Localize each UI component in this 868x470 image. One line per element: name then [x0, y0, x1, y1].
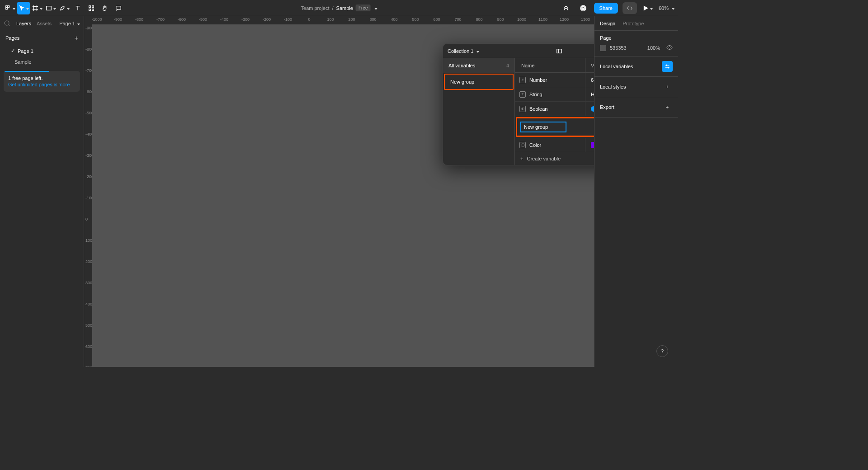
banner-progress [4, 71, 49, 72]
svg-rect-6 [89, 9, 91, 10]
group-name-input[interactable] [521, 122, 566, 132]
shape-tool[interactable] [44, 2, 57, 14]
layer-name: Sample [14, 59, 31, 65]
column-header-name: Name [515, 58, 585, 72]
ruler-tick: 0 [85, 217, 88, 221]
all-variables-group[interactable]: All variables 4 [443, 58, 514, 73]
new-group-sidebar-item[interactable]: New group [444, 74, 514, 90]
comment-tool[interactable] [112, 2, 125, 14]
ruler-tick: 1000 [517, 17, 526, 22]
svg-point-9 [582, 6, 584, 8]
avatar[interactable] [577, 2, 590, 14]
resources-icon [88, 5, 94, 11]
local-variables-row[interactable]: Local variables [594, 56, 678, 77]
hand-tool[interactable] [99, 2, 111, 14]
ruler-tick: -1000 [92, 17, 102, 22]
collection-selector[interactable]: Collection 1 [448, 48, 479, 54]
ruler-tick: 700 [454, 17, 461, 22]
boolean-type-icon: ◐ [519, 106, 526, 112]
right-panel: Design Prototype Page 535353 100% Local … [594, 16, 678, 367]
ruler-tick: -900 [114, 17, 122, 22]
ruler-corner [84, 16, 92, 24]
ruler-tick: -300 [241, 17, 250, 22]
ruler-tick: 1300 [581, 17, 590, 22]
visibility-toggle[interactable] [666, 44, 673, 52]
bg-opacity[interactable]: 100% [647, 45, 660, 51]
play-icon [642, 5, 649, 11]
main-menu-button[interactable] [4, 2, 16, 14]
present-button[interactable] [642, 2, 654, 14]
pen-tool[interactable] [58, 2, 71, 14]
ruler-tick: -700 [85, 68, 92, 73]
eye-icon [666, 44, 673, 51]
ruler-tick: -200 [263, 17, 271, 22]
file-menu-chevron[interactable] [373, 5, 377, 11]
text-icon [75, 5, 81, 11]
help-button[interactable]: ? [656, 345, 668, 357]
left-panel: Layers Assets Page 1 Pages + ✓ Page 1 Sa… [0, 16, 84, 367]
add-export-button[interactable]: + [662, 102, 673, 113]
page-selector[interactable]: Page 1 [59, 21, 80, 26]
layers-tab[interactable]: Layers [16, 21, 31, 26]
svg-rect-5 [92, 5, 94, 7]
panel-icon [556, 48, 562, 54]
svg-point-13 [666, 65, 667, 66]
check-icon: ✓ [11, 48, 15, 54]
share-button[interactable]: Share [594, 3, 618, 14]
file-crumb[interactable]: Sample [336, 5, 353, 11]
svg-rect-7 [92, 9, 94, 10]
ruler-tick: 600 [85, 344, 92, 349]
code-icon [626, 5, 633, 11]
breadcrumb: Team project / Sample Free [301, 5, 377, 11]
sidebar-toggle-button[interactable] [554, 46, 564, 56]
svg-rect-2 [8, 5, 9, 7]
svg-rect-0 [5, 5, 7, 7]
banner-line1: 1 free page left. [8, 75, 75, 81]
canvas[interactable]: -1000-900-800-700-600-500-400-300-200-10… [84, 16, 594, 367]
ruler-tick: 200 [348, 17, 355, 22]
ruler-vertical: -900-800-700-600-500-400-300-200-1000100… [84, 24, 92, 367]
dev-mode-button[interactable] [623, 2, 637, 14]
add-page-button[interactable]: + [75, 34, 78, 42]
ruler-tick: -100 [284, 17, 292, 22]
local-styles-row[interactable]: Local styles + [594, 77, 678, 97]
ruler-tick: 300 [85, 281, 92, 285]
layer-row[interactable]: Sample [0, 56, 84, 67]
upgrade-banner[interactable]: 1 free page left. Get unlimited pages & … [4, 71, 80, 92]
ruler-tick: -300 [85, 153, 92, 158]
move-tool[interactable] [17, 2, 30, 14]
pen-icon [59, 5, 66, 11]
variables-settings-button[interactable] [662, 61, 673, 72]
search-icon[interactable] [4, 20, 11, 27]
banner-link[interactable]: Get unlimited pages & more [8, 82, 75, 87]
frame-tool[interactable] [31, 2, 43, 14]
svg-rect-4 [89, 5, 91, 7]
pages-header: Pages [5, 35, 19, 41]
text-tool[interactable] [71, 2, 84, 14]
ruler-tick: -900 [85, 26, 92, 30]
project-crumb[interactable]: Team project [301, 5, 330, 11]
ruler-tick: 200 [85, 259, 92, 264]
ruler-tick: 400 [391, 17, 397, 22]
help-icon: ? [661, 348, 664, 354]
ruler-tick: 0 [308, 17, 310, 22]
page-row[interactable]: ✓ Page 1 [0, 45, 84, 56]
svg-point-10 [5, 21, 9, 25]
cursor-icon [19, 5, 25, 11]
add-style-button[interactable]: + [662, 81, 673, 92]
prototype-tab[interactable]: Prototype [623, 21, 644, 26]
voice-button[interactable] [560, 2, 572, 14]
zoom-value: 60% [659, 5, 669, 11]
zoom-control[interactable]: 60% [659, 5, 675, 11]
design-tab[interactable]: Design [600, 21, 615, 26]
ruler-tick: 700 [85, 366, 92, 367]
export-row[interactable]: Export + [594, 97, 678, 118]
number-type-icon: # [519, 77, 526, 83]
resources-tool[interactable] [85, 2, 98, 14]
assets-tab[interactable]: Assets [37, 21, 52, 26]
user-avatar-icon [580, 5, 586, 11]
bg-color-swatch[interactable] [600, 45, 606, 51]
ruler-tick: 600 [433, 17, 440, 22]
svg-point-12 [669, 47, 670, 48]
bg-hex[interactable]: 535353 [610, 45, 644, 51]
